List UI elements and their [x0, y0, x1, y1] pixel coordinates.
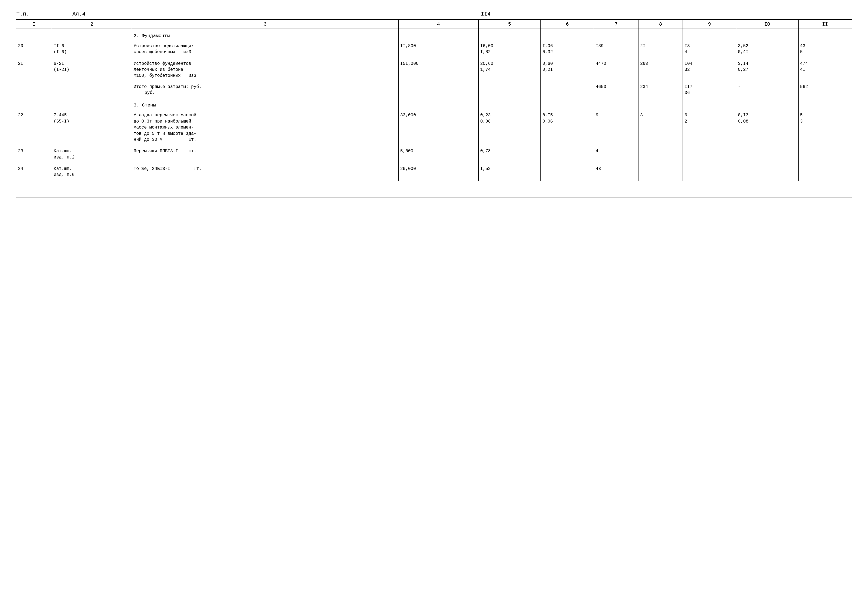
- tp-label: Т.п.: [16, 11, 38, 17]
- section-2-header: 2. Фундаменты: [16, 29, 852, 40]
- row-24-col3: То же, 2ПБIЗ-I шт.: [132, 163, 399, 181]
- col-header-4: 4: [399, 20, 478, 29]
- table-row: 20 II-6(I-6) Устройство подстилающихслое…: [16, 40, 852, 58]
- row-24-col8: [638, 163, 683, 181]
- col-header-10: IO: [736, 20, 798, 29]
- row-22-col3: Укладка перемычек массойдо 0,3т при наиб…: [132, 109, 399, 145]
- row-22-col4: 33,000: [399, 109, 478, 145]
- section-3-col8: [638, 98, 683, 110]
- itogo-col2: [52, 82, 132, 98]
- row-22-col11: 53: [798, 109, 852, 145]
- al-label: Ал.4: [38, 11, 120, 17]
- section-2-col11: [798, 29, 852, 40]
- row-21-col9: I0432: [683, 58, 736, 82]
- row-24-col11: [798, 163, 852, 181]
- row-23-col10: [736, 145, 798, 163]
- row-24-col4: 28,000: [399, 163, 478, 181]
- row-23-col11: [798, 145, 852, 163]
- section-2-col5: [478, 29, 540, 40]
- itogo-col7: 4650: [594, 82, 638, 98]
- row-20-col10: 3,520,4I: [736, 40, 798, 58]
- row-20-col9: I34: [683, 40, 736, 58]
- row-20-col8: 2I: [638, 40, 683, 58]
- row-20-col7: I89: [594, 40, 638, 58]
- section-2-col8: [638, 29, 683, 40]
- row-24-col6: [541, 163, 594, 181]
- row-24-col5: I,52: [478, 163, 540, 181]
- itogo-col3: Итого прямые затраты: руб. руб.: [132, 82, 399, 98]
- row-21-col11: 4744I: [798, 58, 852, 82]
- page-header: Т.п. Ал.4 II4: [16, 11, 852, 17]
- itogo-col11: 562: [798, 82, 852, 98]
- itogo-col10: -: [736, 82, 798, 98]
- row-22-col9: 62: [683, 109, 736, 145]
- section-3-col10: [736, 98, 798, 110]
- col-header-6: 6: [541, 20, 594, 29]
- row-22-col5: 0,230,08: [478, 109, 540, 145]
- main-table: I 2 3 4 5 6 7 8 9 IO II 2. Фундаменты: [16, 19, 852, 198]
- section-2-col9: [683, 29, 736, 40]
- section-2-col6: [541, 29, 594, 40]
- section-2-col7: [594, 29, 638, 40]
- itogo-col4: [399, 82, 478, 98]
- table-row: 23 Кат.шп.изд. п.2 Перемычки ППБI3-I шт.…: [16, 145, 852, 163]
- section-3-col6: [541, 98, 594, 110]
- row-23-col5: 0,78: [478, 145, 540, 163]
- section-3-col11: [798, 98, 852, 110]
- row-22-col6: 0,I50,06: [541, 109, 594, 145]
- row-20-col4: II,800: [399, 40, 478, 58]
- col-header-2: 2: [52, 20, 132, 29]
- section-3-col2: [52, 98, 132, 110]
- row-23-col4: 5,000: [399, 145, 478, 163]
- row-21-col2: 6-2I(I-2I): [52, 58, 132, 82]
- section-3-col7: [594, 98, 638, 110]
- section-3-header: 3. Стены: [16, 98, 852, 110]
- itogo-text1: Итого прямые затраты: руб.: [134, 84, 202, 89]
- row-21-col7: 4470: [594, 58, 638, 82]
- col-header-11: II: [798, 20, 852, 29]
- row-20-col5: I6,00I,82: [478, 40, 540, 58]
- row-24-col2: Кат.шп.изд. п.6: [52, 163, 132, 181]
- spacer-row: [16, 181, 852, 197]
- itogo-row: Итого прямые затраты: руб. руб. 4650 234…: [16, 82, 852, 98]
- spacer: [16, 181, 852, 197]
- section-3-col5: [478, 98, 540, 110]
- row-23-col3: Перемычки ППБI3-I шт.: [132, 145, 399, 163]
- section-2-title: 2. Фундаменты: [132, 29, 399, 40]
- section-2-col1: [16, 29, 52, 40]
- row-22-col2: 7-445(65-I): [52, 109, 132, 145]
- section-2-col2: [52, 29, 132, 40]
- table-row: 2I 6-2I(I-2I) Устройство фундаментовлент…: [16, 58, 852, 82]
- row-20-col11: 435: [798, 40, 852, 58]
- col-header-5: 5: [478, 20, 540, 29]
- section-3-col4: [399, 98, 478, 110]
- section-3-title: 3. Стены: [132, 98, 399, 110]
- row-22-col1: 22: [16, 109, 52, 145]
- section-3-col1: [16, 98, 52, 110]
- row-20-col2: II-6(I-6): [52, 40, 132, 58]
- itogo-col5: [478, 82, 540, 98]
- col-header-8: 8: [638, 20, 683, 29]
- col-header-1: I: [16, 20, 52, 29]
- itogo-col8: 234: [638, 82, 683, 98]
- col-header-9: 9: [683, 20, 736, 29]
- row-22-col10: 0,I30,08: [736, 109, 798, 145]
- row-21-col1: 2I: [16, 58, 52, 82]
- row-21-col10: 3,I40,27: [736, 58, 798, 82]
- section-2-col4: [399, 29, 478, 40]
- row-20-col1: 20: [16, 40, 52, 58]
- row-21-col5: 20,601,74: [478, 58, 540, 82]
- itogo-col6: [541, 82, 594, 98]
- row-21-col8: 263: [638, 58, 683, 82]
- section-2-col10: [736, 29, 798, 40]
- row-23-col6: [541, 145, 594, 163]
- row-23-col7: 4: [594, 145, 638, 163]
- row-21-col4: I5I,000: [399, 58, 478, 82]
- row-23-col9: [683, 145, 736, 163]
- ii-label: II4: [120, 11, 852, 17]
- row-24-col1: 24: [16, 163, 52, 181]
- row-22-col7: 9: [594, 109, 638, 145]
- row-24-col9: [683, 163, 736, 181]
- row-24-col7: 43: [594, 163, 638, 181]
- table-row: 22 7-445(65-I) Укладка перемычек массойд…: [16, 109, 852, 145]
